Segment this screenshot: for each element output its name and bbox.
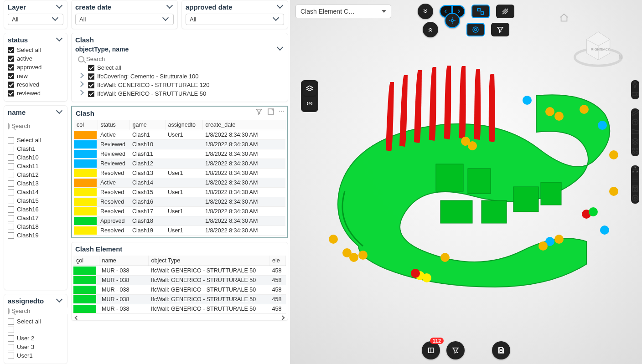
checkbox[interactable] [8, 198, 14, 204]
tree-item[interactable]: Select all [75, 63, 284, 72]
checkbox[interactable] [8, 82, 14, 88]
checkbox[interactable] [8, 224, 14, 230]
name-title-row[interactable]: name [8, 108, 63, 116]
table-row[interactable]: ActiveClash1User11/8/2022 8:34:30 AM [74, 130, 285, 140]
table-row[interactable]: ApprovedClash181/8/2022 8:34:30 AM [74, 216, 285, 226]
create-date-select[interactable]: All [75, 14, 174, 25]
stack-button[interactable] [631, 137, 639, 147]
scroll-left-icon[interactable] [75, 316, 79, 320]
clash-filter-search-input[interactable] [86, 56, 284, 62]
measure-button[interactable] [631, 108, 639, 118]
checklist-item[interactable]: Clash18 [8, 222, 63, 231]
checklist-item[interactable]: Clash14 [8, 188, 63, 196]
tree-item[interactable]: IfcWall: GENERICO - STRUTTURALE 50 [75, 89, 284, 98]
checklist-item[interactable]: Select all [8, 136, 63, 144]
column-header[interactable]: name▲ [129, 120, 165, 130]
checklist-item[interactable]: Clash1 [8, 144, 63, 153]
checkbox[interactable] [8, 146, 14, 152]
table-row[interactable]: MUR - 038IfcWall: GENERICO - STRUTTURALE… [73, 276, 286, 285]
save-button[interactable] [492, 341, 510, 359]
checkbox[interactable] [8, 90, 14, 97]
create-date-title-row[interactable]: create date [75, 3, 174, 11]
checklist-item[interactable]: Clash15 [8, 196, 63, 205]
checklist-item[interactable]: User1 [8, 351, 63, 360]
checklist-item[interactable]: reviewed [8, 89, 63, 97]
table-row[interactable]: ResolvedClash19User11/8/2022 8:34:30 AM [74, 226, 285, 236]
table-row[interactable]: ReviewedClash101/8/2022 8:34:30 AM [74, 140, 285, 149]
table-row[interactable]: MUR - 038IfcWall: GENERICO - STRUTTURALE… [73, 304, 286, 314]
chevron-right-icon[interactable] [79, 73, 85, 80]
checkbox[interactable] [8, 189, 14, 195]
element-table-scrollbar[interactable] [73, 315, 286, 320]
approved-date-select[interactable]: All [186, 14, 284, 25]
column-header[interactable]: col [74, 120, 98, 130]
checkbox[interactable] [8, 163, 14, 169]
checkbox[interactable] [8, 64, 14, 71]
folder-button[interactable] [631, 128, 639, 137]
table-row[interactable]: ResolvedClash161/8/2022 8:34:30 AM [74, 197, 285, 207]
target-button[interactable] [466, 23, 485, 36]
column-header[interactable]: ele [269, 256, 286, 266]
chevron-right-icon[interactable] [79, 82, 85, 88]
checkbox[interactable] [8, 353, 14, 359]
status-title-row[interactable]: status [8, 36, 63, 44]
issues-button[interactable]: 112 [422, 341, 440, 359]
collapse-up-button[interactable] [423, 22, 438, 37]
table-row[interactable]: ReviewedClash111/8/2022 8:34:30 AM [74, 149, 285, 159]
checkbox[interactable] [8, 180, 14, 187]
table-row[interactable]: ResolvedClash15User11/8/2022 8:34:30 AM [74, 188, 285, 197]
checkbox[interactable] [8, 206, 14, 213]
checklist-item[interactable]: Clash10 [8, 153, 63, 162]
checkbox[interactable] [8, 344, 14, 350]
checklist-item[interactable]: active [8, 54, 63, 63]
checklist-item[interactable]: Select all [8, 46, 63, 54]
checkbox[interactable] [8, 327, 14, 333]
checkbox[interactable] [8, 335, 14, 342]
checkbox[interactable] [8, 215, 14, 221]
isolate-button[interactable] [471, 5, 490, 18]
checkbox[interactable] [8, 154, 14, 161]
viewer-dropdown[interactable]: Clash Element C… [295, 5, 391, 18]
table-row[interactable]: ResolvedClash17User11/8/2022 8:34:30 AM [74, 207, 285, 216]
hatch-button[interactable] [496, 5, 514, 18]
tree-button[interactable] [631, 165, 639, 175]
checkbox[interactable] [88, 91, 94, 97]
tree-item[interactable]: IfcCovering: Cemento - Strutturale 100 [75, 72, 284, 81]
chevron-right-icon[interactable] [79, 91, 85, 97]
scroll-right-icon[interactable] [280, 316, 285, 320]
table-row[interactable]: ResolvedClash13User11/8/2022 8:34:30 AM [74, 169, 285, 178]
save-view-button[interactable] [631, 185, 639, 194]
checklist-item[interactable]: Clash16 [8, 205, 63, 214]
assignedto-search-input[interactable] [11, 308, 69, 314]
checklist-item[interactable]: Clash13 [8, 179, 63, 188]
locate-button[interactable] [445, 13, 460, 28]
checkbox[interactable] [8, 137, 14, 144]
layer-title-row[interactable]: Layer [8, 3, 63, 11]
checkbox[interactable] [8, 318, 14, 325]
tree-item[interactable]: IfcWall: GENERICO - STRUTTURALE 120 [75, 81, 284, 89]
checklist-item[interactable]: Clash19 [8, 231, 63, 240]
home-icon[interactable] [559, 13, 569, 24]
modules-button[interactable] [631, 147, 639, 156]
settings-button[interactable] [631, 194, 639, 204]
checklist-item[interactable]: resolved [8, 80, 63, 89]
checkbox[interactable] [8, 47, 14, 53]
clash-filter-sub-row[interactable]: objectType, name [75, 46, 284, 53]
column-header[interactable]: object Type [148, 256, 269, 266]
checklist-item[interactable]: Clash11 [8, 162, 63, 170]
table-row[interactable]: MUR - 038IfcWall: GENERICO - STRUTTURALE… [73, 295, 286, 304]
checkbox[interactable] [88, 82, 94, 88]
column-header[interactable]: name [99, 256, 148, 266]
table-row[interactable]: ReviewedClash121/8/2022 8:34:30 AM [74, 159, 285, 169]
layer-select[interactable]: All [8, 14, 63, 25]
table-row[interactable]: MUR - 038IfcWall: GENERICO - STRUTTURALE… [73, 285, 286, 295]
checklist-item[interactable]: User 3 [8, 343, 63, 351]
collapse-down-button[interactable] [418, 4, 433, 19]
checkbox[interactable] [8, 56, 14, 62]
column-header[interactable]: create_date [202, 120, 285, 130]
checkbox[interactable] [8, 73, 14, 79]
column-header[interactable]: status [98, 120, 129, 130]
filter-clear-button[interactable] [446, 341, 465, 359]
camera-button[interactable] [631, 90, 639, 99]
cube-button[interactable] [631, 118, 639, 128]
